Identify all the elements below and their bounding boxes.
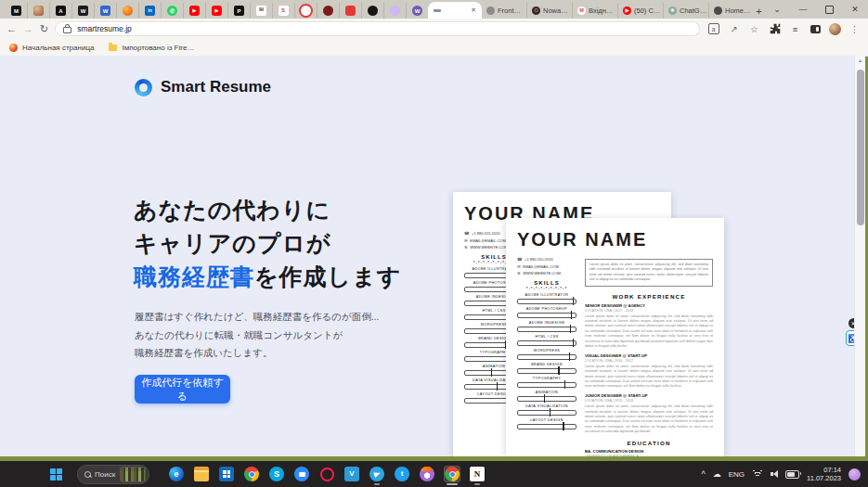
close-button[interactable]: ✕ (842, 0, 868, 19)
tab-favicon: ▶ (212, 6, 222, 16)
wifi-icon[interactable] (752, 470, 763, 479)
back-button[interactable]: ← (6, 24, 17, 34)
site-logo[interactable]: Smart Resume (135, 78, 271, 96)
hidden-icons-chevron[interactable]: ^ (701, 470, 705, 479)
browser-tab[interactable]: MВхідн… (572, 3, 617, 19)
app-icon: t (395, 467, 409, 481)
pinned-tab[interactable]: ▶ (183, 3, 205, 19)
tab-favicon: M (577, 6, 586, 15)
address-bar[interactable]: smartresume.jp (55, 21, 700, 36)
tab-close-icon[interactable]: ✕ (471, 6, 476, 14)
translate-icon[interactable]: a (708, 23, 719, 34)
browser-tab[interactable]: ✳ChatG… (663, 3, 708, 19)
forward-button[interactable]: → (23, 24, 33, 34)
scroll-up-arrow[interactable]: ▲ (855, 58, 865, 63)
tab-title: Вхідн… (589, 6, 613, 15)
reading-list-icon[interactable]: ≡ (788, 24, 802, 34)
side-panel-icon[interactable] (810, 25, 821, 33)
clock[interactable]: 07:14 11.07.2023 (807, 466, 841, 482)
volume-icon[interactable] (771, 470, 778, 478)
language-indicator[interactable]: ENG (729, 470, 745, 479)
browser-tab[interactable]: ▶(50) С… (617, 3, 663, 19)
maximize-button[interactable] (816, 0, 842, 19)
tab-favicon: W (78, 6, 88, 16)
taskbar-app[interactable]: N (469, 466, 486, 482)
taskbar-app[interactable]: t (394, 466, 410, 482)
start-button[interactable] (50, 468, 62, 481)
extensions-icon[interactable] (768, 23, 782, 34)
pinned-tab[interactable]: A (49, 3, 71, 19)
taskbar-app[interactable] (419, 466, 435, 482)
contact-icon: ☎ (464, 231, 470, 236)
taskbar-app[interactable] (444, 466, 460, 482)
browser-tab[interactable]: Front… (482, 3, 526, 19)
pinned-tab[interactable]: M (6, 3, 27, 19)
taskbar-app[interactable] (218, 466, 235, 482)
app-icon (219, 467, 234, 481)
pinned-tab[interactable]: ▶ (205, 3, 227, 19)
pinned-tab[interactable]: ✆ (161, 3, 183, 19)
skill-item: ADOBE ILLUSTRATOR (517, 293, 577, 304)
pinned-tab[interactable] (339, 3, 361, 19)
share-icon[interactable]: ↗ (727, 24, 741, 34)
skill-item: ADOBE PHOTOSHOP (517, 307, 577, 318)
tab-title: ChatG… (680, 6, 706, 15)
pinned-tab[interactable]: W (94, 3, 116, 19)
bookmark-imported-folder[interactable]: Імпортовано із Fire… (109, 44, 194, 52)
app-icon (369, 467, 384, 481)
taskbar-app[interactable] (243, 466, 260, 482)
taskbar-search[interactable]: Поиск (77, 465, 149, 484)
tab-search-chevron-icon[interactable]: ⌄ (764, 0, 790, 19)
pinned-tab[interactable]: S. (272, 3, 294, 19)
scrollbar-thumb[interactable] (857, 70, 864, 225)
onedrive-cloud-icon[interactable]: ☁ (713, 470, 721, 479)
maximize-icon (825, 6, 834, 14)
taskbar-app[interactable] (318, 466, 335, 482)
new-tab-button[interactable]: + (754, 3, 764, 19)
skill-item: ANIMATION (517, 391, 577, 402)
taskbar-app[interactable]: e (168, 466, 185, 482)
menu-icon[interactable]: ⋮ (848, 24, 862, 34)
pinned-tab[interactable]: in (138, 3, 161, 19)
browser-tab[interactable]: Home… (708, 3, 754, 19)
notification-badge[interactable] (849, 468, 861, 481)
pinned-tab[interactable]: W (406, 3, 428, 19)
tab-favicon (714, 6, 722, 15)
resume-preview-front: YOUR NAME ☎+1 880-555-5555✉EMAIL@EMAIL.C… (506, 218, 724, 456)
pinned-tab[interactable]: P (227, 3, 250, 19)
active-tab[interactable]: ✕ (428, 2, 482, 19)
pinned-tab[interactable] (27, 3, 49, 19)
bookmark-star-icon[interactable]: ☆ (747, 24, 761, 34)
pinned-tab[interactable] (116, 3, 138, 19)
tab-favicon (123, 6, 133, 16)
taskbar-app[interactable] (193, 466, 210, 482)
request-creation-button[interactable]: 作成代行を依頼する (135, 375, 230, 404)
pinned-tab[interactable] (294, 3, 317, 19)
taskbar-app[interactable] (369, 466, 385, 482)
app-icon (294, 467, 309, 481)
taskbar-app[interactable] (293, 466, 310, 482)
app-icon (194, 467, 209, 481)
app-icon: S (269, 467, 284, 481)
app-icon: V (344, 467, 359, 481)
scrollbar[interactable]: ▲ (854, 56, 865, 456)
taskbar-apps: e S V t N (168, 466, 486, 482)
skill-bar (517, 340, 577, 346)
battery-icon[interactable] (785, 470, 799, 479)
bookmark-home[interactable]: Начальная страница (9, 44, 94, 52)
tab-favicon: O (532, 6, 540, 15)
pinned-tab[interactable]: W (71, 3, 94, 19)
tab-favicon (345, 6, 356, 16)
contact-row: ☎+1 880-555-5555 (517, 257, 577, 262)
taskbar-app[interactable]: V (343, 466, 360, 482)
pinned-tab[interactable] (361, 3, 383, 19)
system-tray: ^ ☁ ENG 07:14 11.07.2023 (701, 466, 861, 482)
pinned-tab[interactable] (317, 3, 339, 19)
minimize-button[interactable]: — (790, 0, 816, 19)
reload-button[interactable]: ↻ (40, 24, 48, 34)
pinned-tab[interactable] (383, 3, 406, 19)
taskbar-app[interactable]: S (268, 466, 285, 482)
pinned-tab[interactable]: IH (250, 3, 272, 19)
profile-avatar[interactable] (829, 23, 841, 35)
browser-tab[interactable]: ONowa… (526, 3, 572, 19)
